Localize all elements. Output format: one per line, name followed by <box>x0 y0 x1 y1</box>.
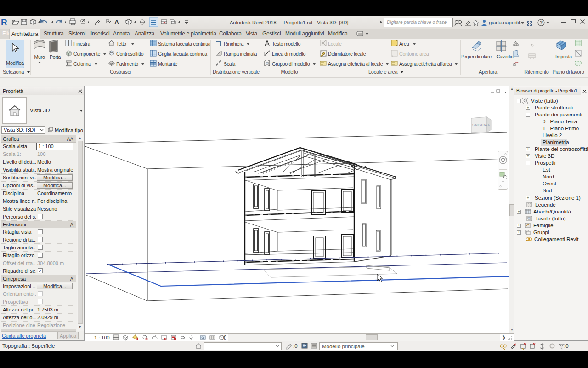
svg-text:SINISTRA: SINISTRA <box>472 123 487 126</box>
svg-text:giada.capodil...: giada.capodil... <box>489 20 524 25</box>
svg-text:R: R <box>1 17 7 27</box>
svg-text:A: A <box>114 18 119 26</box>
svg-text:?: ? <box>540 20 543 25</box>
svg-text:S: S <box>488 123 490 126</box>
